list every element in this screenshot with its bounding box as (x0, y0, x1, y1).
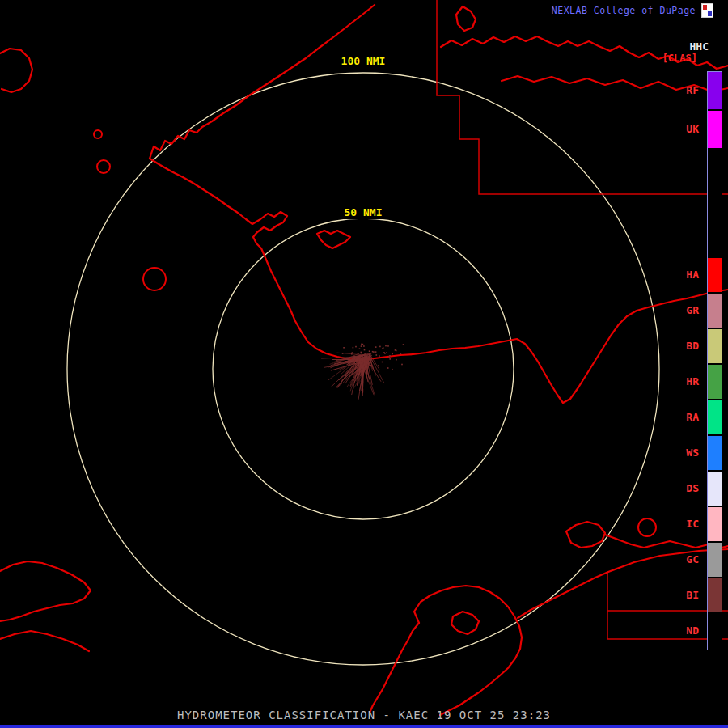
legend-swatch-gc (708, 543, 722, 577)
radar-echo (321, 344, 404, 400)
legend-swatch-gr (708, 294, 722, 328)
status-bar-text: HYDROMETEOR CLASSIFICATION - KAEC 19 OCT… (0, 709, 728, 722)
coastline-path (0, 631, 89, 651)
legend-label-ic: IC (686, 518, 699, 530)
legend-swatch-bd (708, 329, 722, 363)
cod-logo-icon (701, 3, 713, 18)
legend-swatch-gap (708, 150, 722, 256)
logo-red-block (703, 5, 707, 10)
bottom-strip (0, 725, 728, 728)
map-lake-circle (638, 518, 656, 536)
coastline-path (0, 561, 91, 621)
coastline-path (456, 6, 476, 31)
legend-label-ds: DS (686, 482, 699, 494)
radar-display: 100 NMI50 NMI NEXLAB-College of DuPage H… (0, 0, 728, 728)
legend-label-gc: GC (686, 553, 699, 565)
legend-swatch-uk (708, 111, 722, 148)
coastline-path (150, 159, 728, 403)
coastline-path (370, 623, 419, 713)
legend-swatch-hr (708, 365, 722, 399)
legend-swatch-ws (708, 436, 722, 470)
map-lake-circle (143, 268, 166, 290)
coastline-path (414, 586, 522, 715)
legend-swatch-ha (708, 258, 722, 292)
legend-bar (707, 71, 722, 650)
legend-swatch-nd (708, 614, 722, 648)
coastline-path (317, 231, 350, 248)
legend-swatch-rf (708, 72, 722, 109)
brand-text: NEXLAB-College of DuPage (552, 5, 696, 16)
legend-label-ha: HA (686, 269, 699, 281)
logo-blue-block (708, 11, 712, 16)
legend-label-hr: HR (686, 375, 699, 387)
ring-label-100-nmi: 100 NMI (341, 55, 386, 67)
coastline-path (0, 49, 32, 92)
legend-label-bd: BD (686, 340, 699, 352)
legend-swatch-bi (708, 578, 722, 612)
radar-canvas: 100 NMI50 NMI (0, 0, 728, 728)
legend-swatch-ra (708, 400, 722, 434)
legend-swatch-ic (708, 507, 722, 541)
legend-label-ra: RA (686, 411, 699, 423)
map-lake-circle (94, 130, 102, 138)
product-code: HHC (690, 40, 709, 53)
ring-label-50-nmi: 50 NMI (345, 206, 383, 218)
legend-label-uk: UK (686, 123, 699, 135)
legend-label-nd: ND (686, 624, 699, 637)
product-mode: [CLAS] (662, 53, 697, 64)
map-lake-circle (97, 160, 110, 173)
legend-label-rf: RF (686, 84, 699, 96)
legend-label-ws: WS (686, 447, 699, 459)
legend-swatch-ds (708, 472, 722, 506)
coastline-path (451, 612, 479, 634)
legend-label-gr: GR (686, 304, 699, 316)
coastline-path (150, 5, 375, 159)
legend-label-bi: BI (686, 589, 699, 601)
coastline-path (566, 522, 605, 548)
zone-boundary-group (437, 0, 728, 639)
